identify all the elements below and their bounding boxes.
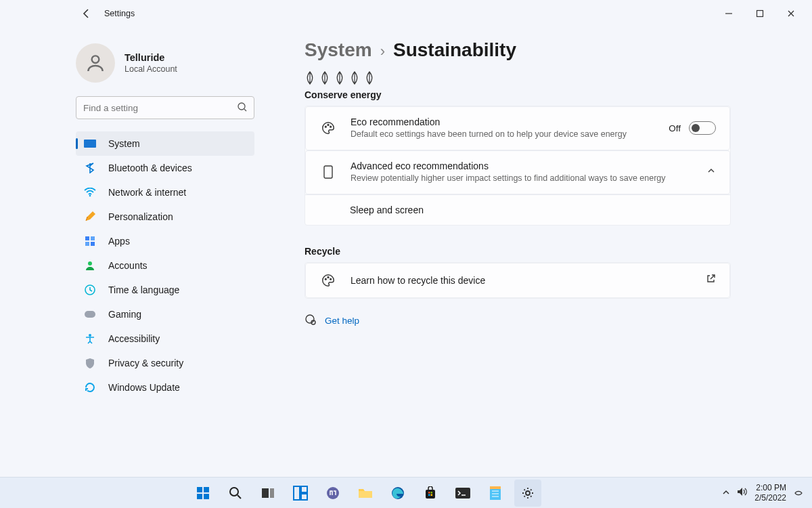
get-help-link[interactable]: Get help (325, 316, 359, 326)
wifi-icon (83, 185, 97, 200)
maximize-button[interactable] (744, 3, 775, 24)
nav-label: Accessibility (108, 333, 160, 344)
breadcrumb-parent[interactable]: System (304, 39, 372, 61)
nav-item-update[interactable]: Windows Update (76, 375, 254, 400)
sleep-and-screen-row[interactable]: Sleep and screen (305, 194, 730, 225)
search-icon (237, 102, 248, 115)
conserve-heading: Conserve energy (304, 89, 731, 100)
advanced-eco-row[interactable]: Advanced eco recommendations Review pote… (305, 150, 730, 194)
leaf-icon (364, 70, 375, 85)
main-content: System › Sustainability Conserve energy (265, 27, 812, 477)
widgets-button[interactable] (287, 480, 314, 507)
eco-recommendation-row[interactable]: Eco recommendation Default eco settings … (305, 106, 730, 150)
nav-item-personalization[interactable]: Personalization (76, 205, 254, 229)
bluetooth-icon (83, 161, 97, 175)
open-external-icon (706, 274, 716, 287)
breadcrumb-current: Sustainability (393, 39, 516, 61)
chat-button[interactable] (319, 480, 346, 507)
svg-point-2 (92, 56, 99, 63)
sleep-title: Sleep and screen (350, 205, 424, 215)
nav-item-time[interactable]: Time & language (76, 278, 254, 302)
svg-rect-9 (85, 242, 89, 246)
gamepad-icon (83, 307, 97, 322)
display-icon (83, 136, 97, 151)
tray-chevron-icon[interactable] (722, 487, 730, 499)
svg-point-20 (328, 276, 329, 278)
close-button[interactable] (775, 3, 807, 24)
nav-label: Network & internet (108, 187, 186, 198)
svg-rect-10 (91, 242, 95, 246)
conserve-card: Eco recommendation Default eco settings … (304, 106, 731, 226)
nav-item-gaming[interactable]: Gaming (76, 302, 254, 326)
svg-rect-32 (294, 486, 300, 500)
shield-icon (83, 356, 97, 371)
svg-point-6 (89, 195, 91, 197)
leaf-icon (349, 70, 360, 85)
taskbar: 2:00 PM 2/5/2022 (0, 477, 812, 508)
update-icon (83, 380, 97, 395)
nav-item-accessibility[interactable]: Accessibility (76, 326, 254, 351)
svg-point-17 (330, 127, 332, 128)
start-button[interactable] (189, 480, 217, 507)
svg-rect-27 (204, 494, 209, 499)
taskbar-clock[interactable]: 2:00 PM 2/5/2022 (754, 483, 786, 503)
clock-date: 2/5/2022 (754, 493, 786, 503)
taskbar-search-button[interactable] (222, 480, 249, 507)
notification-icon[interactable] (793, 486, 804, 500)
edge-button[interactable] (384, 480, 411, 507)
nav-item-system[interactable]: System (76, 131, 254, 156)
back-button[interactable] (76, 3, 97, 24)
window-title: Settings (104, 9, 135, 18)
settings-button[interactable] (514, 480, 541, 507)
svg-rect-7 (85, 236, 89, 240)
pencil-icon (83, 209, 97, 224)
eco-toggle-label: Off (669, 123, 681, 133)
nav-item-privacy[interactable]: Privacy & security (76, 351, 254, 375)
svg-point-21 (330, 278, 332, 280)
terminal-button[interactable] (449, 480, 476, 507)
store-button[interactable] (417, 480, 444, 507)
svg-rect-33 (301, 486, 307, 492)
nav: System Bluetooth & devices Network & int… (76, 131, 254, 400)
eco-title: Eco recommendation (351, 117, 669, 127)
nav-item-apps[interactable]: Apps (76, 229, 254, 253)
nav-label: Apps (108, 236, 130, 247)
svg-point-19 (325, 278, 326, 280)
volume-icon[interactable] (737, 487, 748, 499)
svg-rect-24 (197, 487, 202, 492)
svg-rect-36 (359, 491, 372, 498)
recycle-row[interactable]: Learn how to recycle this device (305, 263, 730, 298)
task-view-button[interactable] (254, 480, 281, 507)
svg-rect-41 (428, 494, 430, 496)
account-block[interactable]: Telluride Local Account (76, 43, 254, 83)
nav-label: Time & language (108, 284, 179, 295)
svg-point-49 (526, 491, 530, 495)
nav-label: Personalization (108, 211, 173, 222)
notepad-button[interactable] (482, 480, 509, 507)
nav-item-bluetooth[interactable]: Bluetooth & devices (76, 156, 254, 180)
palette-icon (319, 273, 337, 288)
file-explorer-button[interactable] (352, 480, 379, 507)
palette-icon (319, 121, 337, 135)
svg-rect-43 (455, 488, 470, 499)
search-input[interactable] (76, 96, 254, 119)
svg-rect-13 (85, 311, 95, 318)
recycle-heading: Recycle (304, 246, 731, 257)
get-help-row[interactable]: Get help (304, 314, 731, 329)
nav-item-network[interactable]: Network & internet (76, 180, 254, 205)
svg-rect-8 (91, 236, 95, 240)
nav-label: Gaming (108, 309, 141, 320)
search-box[interactable] (76, 96, 254, 119)
help-icon (304, 314, 317, 329)
eco-toggle[interactable] (689, 121, 716, 135)
svg-rect-39 (428, 492, 430, 494)
nav-label: Accounts (108, 260, 148, 271)
eco-subtitle: Default eco settings have been turned on… (351, 129, 669, 140)
svg-line-4 (244, 109, 246, 111)
svg-rect-30 (262, 488, 269, 498)
recycle-title: Learn how to recycle this device (351, 275, 706, 286)
nav-item-accounts[interactable]: Accounts (76, 253, 254, 278)
svg-point-15 (325, 127, 326, 128)
chevron-right-icon: › (380, 43, 385, 60)
minimize-button[interactable] (713, 3, 744, 24)
